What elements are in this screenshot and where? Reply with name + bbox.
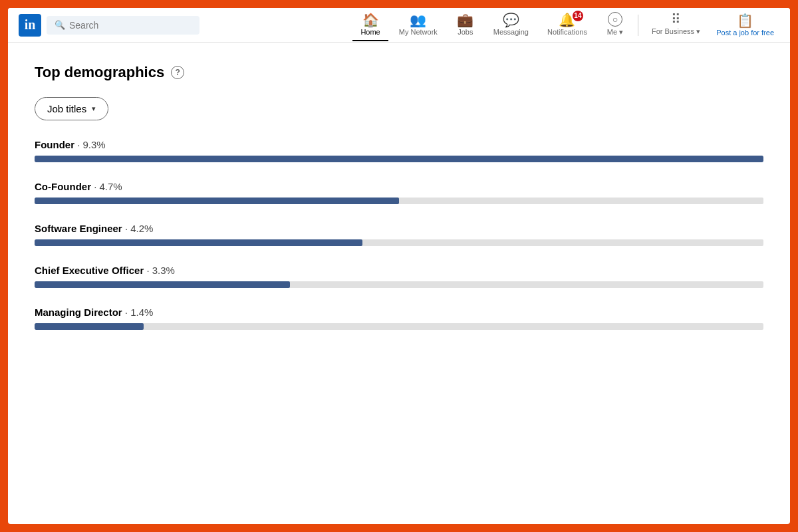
bar-fill [35, 281, 290, 288]
nav-item-me[interactable]: ○ Me ▾ [598, 8, 632, 42]
nav-item-my-network[interactable]: 👥 My Network [391, 9, 446, 41]
nav-home-label: Home [360, 28, 380, 36]
nav-item-home[interactable]: 🏠 Home [352, 9, 388, 41]
bar-label: Co-Founder · 4.7% [35, 181, 763, 192]
messaging-icon: 💬 [503, 13, 519, 27]
nav-item-messaging[interactable]: 💬 Messaging [485, 9, 537, 41]
bar-fill [35, 323, 144, 330]
linkedin-logo[interactable]: in [19, 14, 41, 37]
nav-items: 🏠 Home 👥 My Network 💼 Jobs 💬 Messaging 🔔… [352, 8, 779, 42]
notification-badge: 14 [573, 11, 583, 21]
navbar: in 🔍 🏠 Home 👥 My Network 💼 Jobs 💬 Messag… [8, 8, 790, 43]
nav-item-notifications[interactable]: 🔔 14 Notifications [539, 9, 595, 41]
nav-notifications-label: Notifications [547, 28, 587, 36]
bar-item: Managing Director · 1.4% [35, 307, 763, 330]
post-job-button[interactable]: 📋 Post a job for free [711, 10, 779, 41]
job-titles-dropdown[interactable]: Job titles ▾ [35, 97, 108, 120]
main-window: in 🔍 🏠 Home 👥 My Network 💼 Jobs 💬 Messag… [8, 8, 790, 524]
bar-track [35, 239, 763, 246]
home-icon: 🏠 [362, 13, 379, 27]
bar-track [35, 281, 763, 288]
post-job-label: Post a job for free [716, 29, 774, 37]
bar-item: Founder · 9.3% [35, 139, 763, 162]
search-icon: 🔍 [55, 20, 65, 30]
for-business-icon: ⠿ [671, 13, 681, 26]
section-title-text: Top demographics [35, 64, 164, 81]
search-input[interactable] [69, 20, 192, 31]
nav-jobs-label: Jobs [458, 28, 473, 36]
bar-label: Software Engineer · 4.2% [35, 223, 763, 234]
post-job-icon: 📋 [737, 14, 753, 27]
section-title: Top demographics ? [35, 64, 763, 81]
search-bar[interactable]: 🔍 [47, 16, 200, 35]
bar-item: Chief Executive Officer · 3.3% [35, 265, 763, 288]
bar-fill [35, 156, 763, 162]
me-avatar: ○ [608, 12, 622, 27]
bar-track [35, 156, 763, 162]
dropdown-label: Job titles [47, 103, 86, 114]
network-icon: 👥 [410, 13, 426, 27]
nav-me-label: Me ▾ [607, 28, 623, 37]
bar-item: Co-Founder · 4.7% [35, 181, 763, 204]
main-content: Top demographics ? Job titles ▾ Founder … [8, 43, 790, 524]
bars-container: Founder · 9.3%Co-Founder · 4.7%Software … [35, 139, 763, 330]
nav-item-jobs[interactable]: 💼 Jobs [448, 9, 483, 41]
nav-for-business-label: For Business ▾ [652, 27, 700, 36]
nav-divider [638, 15, 638, 36]
nav-messaging-label: Messaging [493, 28, 529, 36]
bar-item: Software Engineer · 4.2% [35, 223, 763, 246]
bar-fill [35, 239, 362, 246]
chevron-down-icon: ▾ [92, 104, 96, 113]
bar-label: Managing Director · 1.4% [35, 307, 763, 318]
bar-track [35, 323, 763, 330]
bar-fill [35, 198, 399, 204]
bar-label: Founder · 9.3% [35, 139, 763, 150]
bar-label: Chief Executive Officer · 3.3% [35, 265, 763, 276]
bar-track [35, 198, 763, 204]
nav-network-label: My Network [399, 28, 438, 36]
help-icon[interactable]: ? [171, 66, 184, 79]
jobs-icon: 💼 [457, 13, 473, 27]
nav-item-for-business[interactable]: ⠿ For Business ▾ [644, 9, 708, 41]
